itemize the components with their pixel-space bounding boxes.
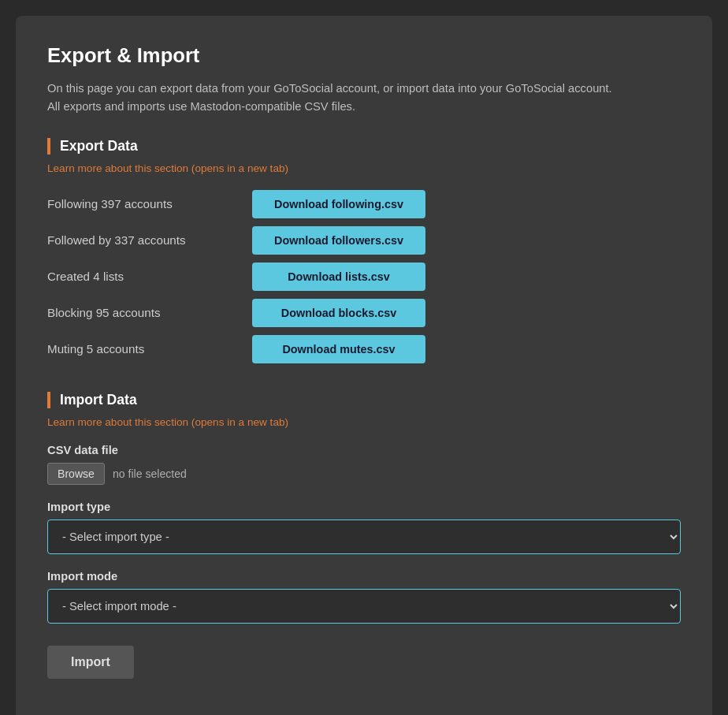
blocks-label: Blocking 95 accounts bbox=[47, 306, 252, 319]
download-blocks-button[interactable]: Download blocks.csv bbox=[252, 299, 425, 327]
import-section-header: Import Data bbox=[47, 392, 681, 408]
export-heading: Export Data bbox=[60, 138, 681, 155]
download-following-button[interactable]: Download following.csv bbox=[252, 190, 425, 218]
export-row-followers: Followed by 337 accounts Download follow… bbox=[47, 226, 681, 255]
export-row-mutes: Muting 5 accounts Download mutes.csv bbox=[47, 335, 681, 363]
export-row-following: Following 397 accounts Download followin… bbox=[47, 190, 681, 218]
page-title: Export & Import bbox=[47, 44, 681, 67]
download-followers-button[interactable]: Download followers.csv bbox=[252, 226, 425, 255]
page-description: On this page you can export data from yo… bbox=[47, 80, 681, 116]
file-name-display: no file selected bbox=[113, 467, 187, 480]
main-container: Export & Import On this page you can exp… bbox=[16, 16, 712, 715]
import-learn-more-link[interactable]: Learn more about this section (opens in … bbox=[47, 416, 288, 428]
export-row-lists: Created 4 lists Download lists.csv bbox=[47, 263, 681, 291]
csv-file-label: CSV data file bbox=[47, 444, 681, 456]
download-mutes-button[interactable]: Download mutes.csv bbox=[252, 335, 425, 363]
import-type-label: Import type bbox=[47, 501, 681, 513]
browse-button[interactable]: Browse bbox=[47, 463, 105, 485]
import-mode-select[interactable]: - Select import mode - Merge Overwrite bbox=[47, 589, 681, 624]
lists-label: Created 4 lists bbox=[47, 270, 252, 283]
export-row-blocks: Blocking 95 accounts Download blocks.csv bbox=[47, 299, 681, 327]
import-section: Import Data Learn more about this sectio… bbox=[47, 392, 681, 679]
export-learn-more-link[interactable]: Learn more about this section (opens in … bbox=[47, 162, 288, 174]
import-mode-label: Import mode bbox=[47, 570, 681, 583]
file-input-wrapper: Browse no file selected bbox=[47, 463, 681, 485]
import-button[interactable]: Import bbox=[47, 646, 134, 679]
export-section: Export Data Learn more about this sectio… bbox=[47, 138, 681, 363]
export-section-header: Export Data bbox=[47, 138, 681, 155]
import-type-select[interactable]: - Select import type - Following Followe… bbox=[47, 519, 681, 554]
import-type-group: Import type - Select import type - Follo… bbox=[47, 501, 681, 554]
import-heading: Import Data bbox=[60, 392, 681, 408]
following-label: Following 397 accounts bbox=[47, 197, 252, 210]
import-mode-group: Import mode - Select import mode - Merge… bbox=[47, 570, 681, 624]
csv-file-group: CSV data file Browse no file selected bbox=[47, 444, 681, 485]
followers-label: Followed by 337 accounts bbox=[47, 233, 252, 247]
mutes-label: Muting 5 accounts bbox=[47, 342, 252, 356]
download-lists-button[interactable]: Download lists.csv bbox=[252, 263, 425, 291]
